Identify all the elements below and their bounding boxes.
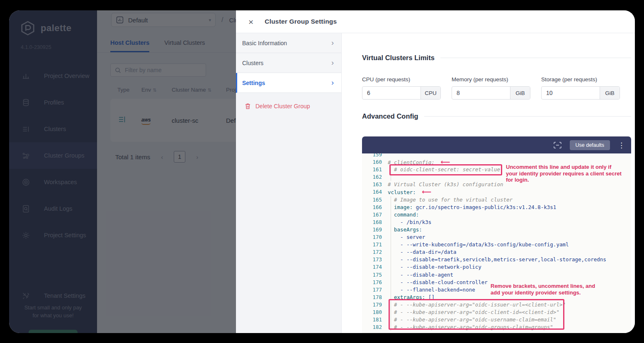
modal-body: Basic Information›Clusters›Settings› Del… <box>236 33 635 333</box>
limits-fields: CPU (per requests)6CPUMemory (per reques… <box>362 76 631 100</box>
annotation-arrow-icon: ⟵ <box>422 188 431 196</box>
limit-unit: GiB <box>510 87 530 99</box>
code-line: 172 - --data-dir=/data <box>362 248 631 256</box>
code-line: 171 - --write-kubeconfig=/data/k3s-confi… <box>362 241 631 248</box>
use-defaults-button[interactable]: Use defaults <box>570 140 610 150</box>
code-line: 168 - /bin/k3s <box>362 219 631 226</box>
limit-field-memory: Memory (per requests)8GiB <box>452 76 530 100</box>
line-number: 163 <box>362 181 382 188</box>
line-content: # Image to use for the virtual cluster <box>382 196 513 204</box>
line-number: 162 <box>362 173 382 181</box>
advanced-section-heading: Advanced Config <box>362 112 631 120</box>
line-content: - --disable=traefik,servicelb,metrics-se… <box>382 256 606 263</box>
limit-unit: GiB <box>600 87 620 99</box>
line-number: 168 <box>362 219 382 226</box>
code-line: 165 # Image to use for the virtual clust… <box>362 196 631 204</box>
code-line: 174 - --disable-network-policy <box>362 263 631 271</box>
trash-icon <box>245 103 251 109</box>
line-content: image: gcr.io/spectro-images-public/k3s:… <box>382 204 556 211</box>
limit-label: CPU (per requests) <box>362 76 441 83</box>
chevron-right-icon: › <box>331 78 334 87</box>
code-line: 167 command: <box>362 211 631 219</box>
chevron-right-icon: › <box>331 39 334 47</box>
modal-header: × Cluster Group Settings <box>236 10 635 33</box>
limit-value[interactable]: 10 <box>542 87 600 99</box>
line-number: 169 <box>362 226 382 234</box>
line-number: 179 <box>362 301 382 309</box>
line-content: - --disable-agent <box>382 271 453 279</box>
code-area[interactable]: 159160# clientConfig: ⟵161 # oidc-client… <box>362 153 631 333</box>
line-number: 182 <box>362 324 382 331</box>
kebab-menu-icon[interactable]: ⋮ <box>618 141 625 149</box>
line-number: 172 <box>362 248 382 256</box>
line-content: - /bin/k3s <box>382 219 431 226</box>
limit-value[interactable]: 8 <box>452 87 510 99</box>
line-content: - --data-dir=/data <box>382 248 457 256</box>
line-content: command: <box>382 211 419 219</box>
chevron-right-icon: › <box>331 58 334 67</box>
line-content: vcluster: ⟵ <box>382 188 431 196</box>
line-content <box>382 153 388 158</box>
limit-input[interactable]: 10GiB <box>541 86 620 100</box>
limit-unit: CPU <box>420 87 440 99</box>
code-line: 169 baseArgs: <box>362 226 631 234</box>
limits-section-heading: Virtual Clusters Limits <box>362 54 631 62</box>
cluster-group-settings-modal: × Cluster Group Settings Basic Informati… <box>236 10 635 333</box>
line-number: 173 <box>362 256 382 263</box>
editor-toolbar: Use defaults ⋮ <box>362 136 631 153</box>
modal-title: Cluster Group Settings <box>265 18 337 25</box>
line-number: 161 <box>362 166 382 173</box>
modal-nav-label: Basic Information <box>242 40 287 46</box>
code-line: 166 image: gcr.io/spectro-images-public/… <box>362 204 631 211</box>
highlight-box <box>389 164 502 175</box>
line-number: 175 <box>362 271 382 279</box>
code-line: 175 - --disable-agent <box>362 271 631 279</box>
line-number: 177 <box>362 286 382 294</box>
line-content: # Virtual Cluster (k3s) configuration <box>382 181 503 188</box>
expand-editor-icon[interactable] <box>553 141 562 149</box>
settings-panel: Virtual Clusters Limits CPU (per request… <box>342 33 635 333</box>
code-line: 164vcluster: ⟵ <box>362 188 631 196</box>
limit-input[interactable]: 6CPU <box>362 86 441 100</box>
modal-nav-label: Clusters <box>242 60 263 66</box>
line-number: 159 <box>362 153 382 158</box>
app-window: palette 4.1.0-230925 Project OverviewPro… <box>9 10 635 333</box>
close-icon[interactable]: × <box>248 17 253 26</box>
line-number: 170 <box>362 234 382 241</box>
modal-nav-settings[interactable]: Settings› <box>236 73 341 93</box>
annotation-text: Uncomment this line and update it only i… <box>506 164 623 183</box>
code-line: 170 - server <box>362 234 631 241</box>
line-number: 160 <box>362 158 382 166</box>
code-line: 173 - --disable=traefik,servicelb,metric… <box>362 256 631 263</box>
line-number: 180 <box>362 309 382 316</box>
limit-field-cpu: CPU (per requests)6CPU <box>362 76 441 100</box>
modal-nav: Basic Information›Clusters›Settings› Del… <box>236 33 342 333</box>
code-line: 159 <box>362 153 631 158</box>
line-number: 178 <box>362 294 382 301</box>
line-number: 164 <box>362 188 382 196</box>
line-content: - --flannel-backend=none <box>382 286 475 294</box>
line-number: 166 <box>362 204 382 211</box>
limit-field-storage: Storage (per requests)10GiB <box>541 76 620 100</box>
delete-cluster-group-button[interactable]: Delete Cluster Group <box>236 100 341 113</box>
annotation-text: Remove brackets, uncomment lines, and ad… <box>491 283 599 296</box>
modal-nav-clusters[interactable]: Clusters› <box>236 53 341 73</box>
highlight-box <box>389 299 564 330</box>
line-number: 165 <box>362 196 382 204</box>
line-number: 171 <box>362 241 382 248</box>
line-number: 176 <box>362 279 382 286</box>
limit-input[interactable]: 8GiB <box>452 86 530 100</box>
modal-nav-basic-information[interactable]: Basic Information› <box>236 33 341 53</box>
line-content: baseArgs: <box>382 226 422 234</box>
line-number: 181 <box>362 316 382 324</box>
line-content: - --disable-network-policy <box>382 263 481 271</box>
line-content: - --disable-cloud-controller <box>382 279 488 286</box>
line-content: - --write-kubeconfig=/data/k3s-config/ku… <box>382 241 569 248</box>
yaml-editor: Use defaults ⋮ 159160# clientConfig: ⟵16… <box>362 136 631 333</box>
line-number: 174 <box>362 263 382 271</box>
limit-value[interactable]: 6 <box>362 87 420 99</box>
limit-label: Memory (per requests) <box>452 76 530 83</box>
line-number: 167 <box>362 211 382 219</box>
modal-nav-label: Settings <box>242 80 265 86</box>
line-content: - server <box>382 234 425 241</box>
